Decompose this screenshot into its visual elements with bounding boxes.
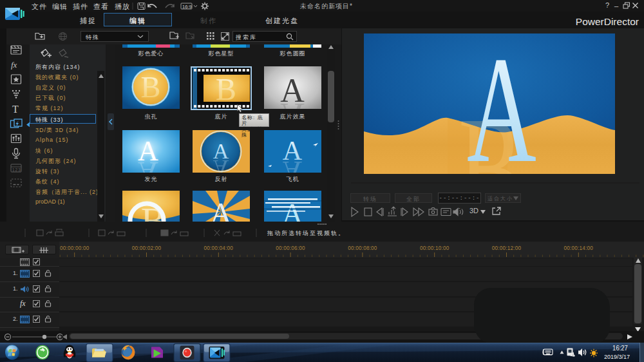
svg-text:fx: fx <box>11 60 17 70</box>
svg-text:00:00:14:00: 00:00:14:00 <box>564 245 594 251</box>
svg-text:T: T <box>12 104 19 115</box>
svg-text:00:00:10:00: 00:00:10:00 <box>420 245 450 251</box>
svg-text:A: A <box>210 196 232 222</box>
svg-text:A: A <box>138 156 158 173</box>
svg-text:00:00:12:00: 00:00:12:00 <box>492 245 522 251</box>
svg-text:00:00:02:00: 00:00:02:00 <box>132 245 162 251</box>
svg-text:2019/3/17: 2019/3/17 <box>604 354 630 360</box>
svg-text:00:00:06:00: 00:00:06:00 <box>276 245 305 251</box>
svg-text:A: A <box>467 33 536 174</box>
svg-text:B: B <box>216 72 236 106</box>
svg-text:A: A <box>280 97 305 109</box>
svg-text:16:9: 16:9 <box>182 4 192 10</box>
svg-text:00:00:08:00: 00:00:08:00 <box>348 245 377 251</box>
svg-text:00:00:04:00: 00:00:04:00 <box>204 245 234 251</box>
svg-text:00:00:00:00: 00:00:00:00 <box>60 245 90 251</box>
svg-text:16:27: 16:27 <box>612 345 628 352</box>
svg-text:A: A <box>213 156 229 173</box>
svg-text:123: 123 <box>12 167 21 172</box>
svg-text:A: A <box>283 156 303 173</box>
svg-text:B: B <box>141 71 161 104</box>
